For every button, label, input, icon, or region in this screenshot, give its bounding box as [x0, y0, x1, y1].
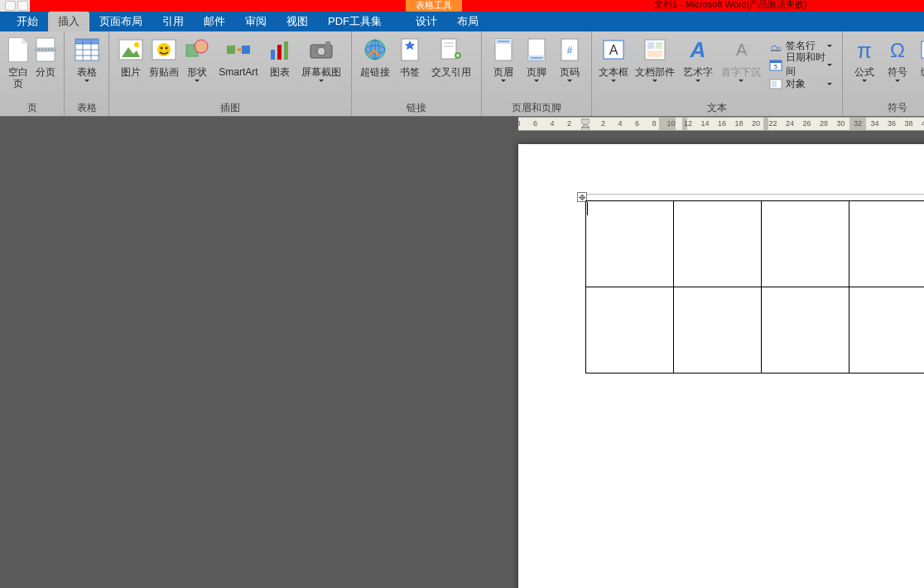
- tab-insert[interactable]: 插入: [48, 12, 89, 31]
- ruler-number: 20: [752, 119, 760, 128]
- table-cell[interactable]: [586, 201, 674, 287]
- table-cell[interactable]: [674, 287, 762, 374]
- group-symbols: π 公式 Ω 符号 # 编号 符号: [843, 31, 924, 116]
- date-time-button[interactable]: 5 日期和时间: [768, 55, 834, 74]
- tab-mailings[interactable]: 邮件: [194, 12, 235, 31]
- shapes-button[interactable]: 形状: [180, 35, 214, 89]
- table-cell[interactable]: [674, 201, 762, 287]
- signature-icon: [769, 39, 782, 52]
- tab-page-layout[interactable]: 页面布局: [89, 12, 152, 31]
- tab-pdf-tools[interactable]: PDF工具集: [318, 12, 392, 31]
- bookmark-icon: [397, 36, 423, 63]
- clipart-label: 剪贴画: [149, 66, 179, 89]
- svg-text:A: A: [690, 38, 706, 61]
- group-links: 超链接 书签 交叉引用 链接: [352, 31, 482, 116]
- table-row[interactable]: [586, 201, 925, 287]
- drop-cap-icon: A: [728, 36, 754, 63]
- cross-reference-button[interactable]: 交叉引用: [426, 35, 476, 89]
- table-cell[interactable]: [762, 287, 849, 374]
- number-button[interactable]: # 编号: [914, 35, 924, 89]
- svg-text:Ω: Ω: [890, 39, 905, 61]
- file-tab-edge[interactable]: [0, 12, 7, 31]
- table-cell[interactable]: [849, 287, 925, 374]
- table-cell[interactable]: [849, 201, 925, 287]
- shapes-icon: [184, 36, 210, 63]
- blank-page-label: 空白页: [5, 66, 32, 89]
- blank-page-button[interactable]: 空白页: [5, 35, 32, 89]
- screenshot-button[interactable]: 屏幕截图: [296, 35, 346, 89]
- document-table[interactable]: [585, 200, 924, 374]
- svg-rect-22: [271, 50, 275, 60]
- bookmark-button[interactable]: 书签: [393, 35, 426, 89]
- svg-marker-21: [236, 47, 241, 52]
- cross-reference-icon: [438, 36, 464, 63]
- svg-rect-19: [227, 46, 235, 54]
- svg-rect-20: [242, 46, 250, 54]
- page-number-button[interactable]: # 页码: [553, 35, 586, 89]
- tab-table-design[interactable]: 设计: [406, 12, 447, 31]
- svg-rect-50: [647, 42, 654, 49]
- group-symbols-label: 符号: [843, 101, 924, 116]
- ruler-number: 28: [820, 119, 828, 128]
- object-label: 对象: [786, 77, 806, 91]
- table-icon: [74, 36, 100, 63]
- picture-button[interactable]: 图片: [114, 35, 147, 89]
- text-box-button[interactable]: A 文本框: [597, 35, 630, 89]
- svg-point-18: [195, 40, 208, 53]
- header-button[interactable]: 页眉: [487, 35, 520, 89]
- document-page[interactable]: ✥: [518, 144, 924, 588]
- chart-button[interactable]: 图表: [263, 35, 296, 89]
- svg-point-15: [161, 47, 163, 50]
- equation-icon: π: [851, 36, 878, 63]
- ribbon-tabstrip: 开始 插入 页面布局 引用 邮件 审阅 视图 PDF工具集 设计 布局: [0, 12, 924, 31]
- tab-references[interactable]: 引用: [152, 12, 194, 31]
- ruler-number: 18: [734, 119, 743, 128]
- text-small-stack: 签名行 5 日期和时间 对象: [766, 35, 837, 93]
- svg-text:5: 5: [774, 64, 777, 70]
- screenshot-label: 屏幕截图: [301, 66, 341, 89]
- ruler-number: 32: [854, 119, 862, 128]
- blank-page-icon: [5, 36, 31, 63]
- group-tables-label: 表格: [65, 101, 108, 116]
- tab-table-layout[interactable]: 布局: [447, 12, 488, 31]
- page-break-icon: [32, 36, 59, 63]
- page-number-icon: #: [556, 36, 583, 63]
- tab-view[interactable]: 视图: [277, 12, 318, 31]
- qat-dropdown[interactable]: [17, 1, 28, 11]
- quick-parts-button[interactable]: 文档部件: [630, 35, 680, 89]
- picture-label: 图片: [121, 66, 141, 89]
- tab-review[interactable]: 审阅: [235, 12, 277, 31]
- indent-marker[interactable]: [581, 118, 590, 131]
- wordart-button[interactable]: A 艺术字: [680, 35, 716, 89]
- smartart-label: SmartArt: [219, 66, 257, 89]
- svg-rect-9: [75, 39, 99, 44]
- group-links-label: 链接: [352, 101, 481, 116]
- hyperlink-button[interactable]: 超链接: [357, 35, 393, 89]
- symbol-button[interactable]: Ω 符号: [881, 35, 914, 89]
- clipart-button[interactable]: 剪贴画: [147, 35, 180, 89]
- object-button[interactable]: 对象: [768, 75, 834, 93]
- table-cell[interactable]: [762, 201, 849, 287]
- tab-home[interactable]: 开始: [7, 12, 48, 31]
- ruler-number: 6: [533, 119, 537, 128]
- group-illustrations-label: 插图: [109, 101, 351, 116]
- ruler-number: 36: [888, 119, 896, 128]
- symbol-label: 符号: [888, 66, 907, 89]
- number-icon: #: [917, 36, 924, 63]
- ruler-number: 14: [700, 119, 709, 128]
- contextual-tab-header: 表格工具: [406, 0, 462, 12]
- ruler-number: 16: [718, 119, 726, 128]
- horizontal-ruler[interactable]: 8642246810121416182022242628303234363840: [518, 117, 924, 131]
- table-button[interactable]: 表格: [70, 35, 103, 89]
- smartart-button[interactable]: SmartArt: [214, 35, 263, 89]
- equation-button[interactable]: π 公式: [848, 35, 881, 89]
- page-break-button[interactable]: 分页: [32, 35, 60, 89]
- chart-label: 图表: [270, 66, 290, 89]
- footer-button[interactable]: 页脚: [520, 35, 553, 89]
- qat-button[interactable]: [5, 1, 16, 11]
- group-text-label: 文本: [592, 101, 842, 116]
- drop-cap-button[interactable]: A 首字下沉: [716, 35, 766, 89]
- clipart-icon: [151, 36, 177, 63]
- table-cell[interactable]: [586, 287, 674, 374]
- table-row[interactable]: [586, 287, 925, 374]
